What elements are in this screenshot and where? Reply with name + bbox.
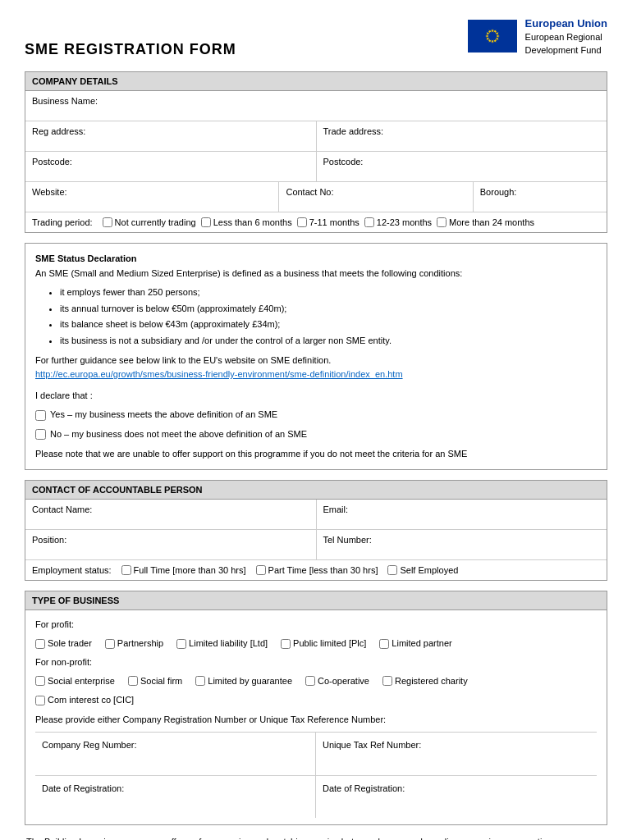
sme-intro: An SME (Small and Medium Sized Enterpris… — [35, 267, 597, 281]
company-reg-label: Company Reg Number: — [42, 740, 137, 750]
cic-checkbox[interactable] — [35, 696, 45, 705]
plc-checkbox[interactable] — [281, 639, 291, 649]
sme-bullets: it employs fewer than 250 persons; its a… — [60, 285, 597, 348]
company-reg-input[interactable] — [42, 756, 309, 766]
partnership-item: Partnership — [105, 636, 163, 652]
company-details-section: COMPANY DETAILS Business Name: Reg addre… — [25, 71, 607, 233]
page-header: SME REGISTRATION FORM — [25, 16, 607, 58]
limited-partner-checkbox[interactable] — [379, 639, 389, 649]
postcode-row: Postcode: Postcode: — [25, 152, 607, 182]
contact-name-cell: Contact Name: — [25, 500, 317, 529]
cic-label: Com interest co [CIC] — [48, 692, 134, 709]
consent-footer-text: The Building Legacies programme offers a… — [25, 835, 607, 840]
business-name-input[interactable] — [32, 106, 600, 116]
sme-bullet-1: its annual turnover is below €50m (appro… — [60, 302, 597, 317]
email-label: Email: — [323, 504, 349, 514]
borough-input[interactable] — [480, 197, 600, 207]
date-reg-right-label: Date of Registration: — [323, 783, 405, 793]
email-input[interactable] — [323, 514, 601, 524]
trade-address-input[interactable] — [323, 136, 601, 146]
sme-bullet-0: it employs fewer than 250 persons; — [60, 285, 597, 300]
eu-sub1: European Regional — [525, 31, 607, 43]
type-of-business-content: For profit: Sole trader Partnership Limi… — [25, 610, 607, 824]
trading-option-0: Not currently trading — [103, 217, 196, 227]
trading-option-4: More than 24 months — [437, 217, 534, 227]
date-reg-left-input[interactable] — [42, 799, 309, 809]
employment-checkbox-1[interactable] — [256, 565, 266, 575]
sme-no-checkbox[interactable] — [35, 429, 46, 440]
email-cell: Email: — [317, 500, 607, 529]
registered-charity-checkbox[interactable] — [382, 676, 392, 686]
cooperative-label: Co-operative — [318, 673, 369, 690]
registered-charity-label: Registered charity — [395, 673, 468, 690]
trading-option-label-1: Less than 6 months — [213, 217, 292, 227]
employment-checkbox-0[interactable] — [121, 565, 131, 575]
contact-name-input[interactable] — [32, 514, 309, 524]
trading-option-2: 7-11 months — [297, 217, 360, 227]
ltd-checkbox[interactable] — [176, 639, 186, 649]
website-input[interactable] — [32, 197, 272, 207]
contact-no-input[interactable] — [286, 197, 465, 207]
date-reg-left-label: Date of Registration: — [42, 783, 124, 793]
limited-partner-label: Limited partner — [392, 636, 451, 652]
employment-option-0: Full Time [more than 30 hrs] — [121, 565, 246, 575]
position-input[interactable] — [32, 545, 309, 555]
business-name-label: Business Name: — [32, 96, 98, 106]
website-label: Website: — [32, 187, 67, 197]
sole-trader-item: Sole trader — [35, 636, 92, 652]
social-firm-item: Social firm — [128, 673, 182, 690]
trading-checkbox-0[interactable] — [103, 217, 112, 227]
limited-guarantee-checkbox[interactable] — [195, 676, 205, 686]
trade-address-cell: Trade address: — [317, 121, 607, 151]
postcode-right-input[interactable] — [323, 167, 601, 176]
sme-yes-checkbox[interactable] — [35, 410, 46, 421]
date-reg-left-cell: Date of Registration: — [35, 776, 316, 819]
trading-period-label: Trading period: — [32, 217, 93, 227]
sme-link[interactable]: http://ec.europa.eu/growth/smes/business… — [35, 369, 403, 379]
contact-section-header: CONTACT OF ACCOUNTABLE PERSON — [25, 481, 607, 500]
reg-address-input[interactable] — [32, 136, 309, 146]
sme-declaration-content: SME Status Declaration An SME (Small and… — [25, 244, 607, 469]
employment-option-label-0: Full Time [more than 30 hrs] — [134, 565, 246, 575]
partnership-label: Partnership — [117, 636, 163, 652]
trading-checkbox-4[interactable] — [437, 217, 447, 227]
trading-option-label-2: 7-11 months — [309, 217, 360, 227]
limited-guarantee-label: Limited by guarantee — [208, 673, 292, 690]
for-profit-label: For profit: — [35, 617, 597, 633]
unique-tax-input[interactable] — [323, 756, 590, 766]
trading-checkbox-2[interactable] — [297, 217, 307, 227]
position-label: Position: — [32, 535, 66, 545]
sme-bullet-3: its business is not a subsidiary and /or… — [60, 334, 597, 349]
contact-no-cell: Contact No: — [279, 182, 473, 212]
social-enterprise-label: Social enterprise — [48, 673, 115, 690]
position-cell: Position: — [25, 530, 317, 559]
sme-further-text: For further guidance see below link to t… — [35, 354, 597, 368]
sme-declare-text: I declare that : — [35, 389, 597, 404]
borough-cell: Borough: — [474, 182, 607, 212]
social-enterprise-checkbox[interactable] — [35, 676, 45, 686]
trading-option-label-4: More than 24 months — [449, 217, 534, 227]
employment-checkbox-2[interactable] — [387, 565, 397, 575]
sme-no-label: No – my business does not meet the above… — [50, 427, 307, 442]
type-of-business-section: TYPE OF BUSINESS For profit: Sole trader… — [25, 591, 607, 825]
cooperative-checkbox[interactable] — [305, 676, 315, 686]
trading-checkbox-3[interactable] — [364, 217, 374, 227]
tel-input[interactable] — [323, 545, 601, 555]
partnership-checkbox[interactable] — [105, 639, 115, 649]
unique-tax-cell: Unique Tax Ref Number: — [316, 733, 597, 775]
trading-checkbox-1[interactable] — [201, 217, 211, 227]
unique-tax-label: Unique Tax Ref Number: — [323, 740, 421, 750]
employment-option-label-1: Part Time [less than 30 hrs] — [268, 565, 378, 575]
contact-name-row: Contact Name: Email: — [25, 500, 607, 530]
sme-yes-label: Yes – my business meets the above defini… — [50, 408, 277, 422]
social-firm-checkbox[interactable] — [128, 676, 138, 686]
postcode-left-label: Postcode: — [32, 157, 72, 167]
sole-trader-checkbox[interactable] — [35, 639, 45, 649]
sme-status-title: SME Status Declaration — [35, 252, 597, 267]
sme-yes-item: Yes – my business meets the above defini… — [35, 408, 597, 422]
date-reg-right-input[interactable] — [323, 799, 590, 809]
postcode-left-input[interactable] — [32, 167, 309, 176]
eu-name: European Union — [525, 16, 607, 31]
employment-row: Employment status: Full Time [more than … — [25, 560, 607, 580]
sme-bullet-2: its balance sheet is below €43m (approxi… — [60, 317, 597, 332]
